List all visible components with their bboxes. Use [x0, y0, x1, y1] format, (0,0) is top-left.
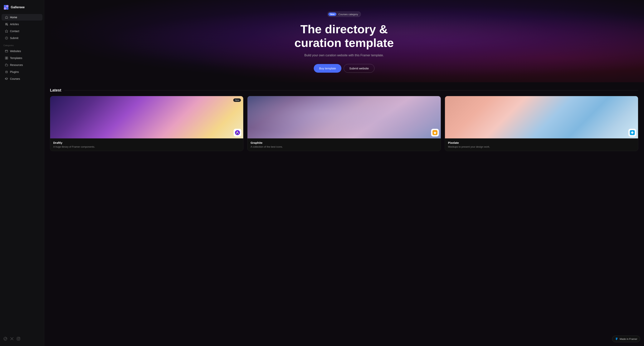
svg-rect-2 — [4, 7, 6, 10]
card-image-wrap-draftly: New — [50, 96, 243, 138]
card-desc-draftly: A huge library of Framer components. — [53, 145, 240, 148]
svg-point-17 — [18, 338, 19, 339]
card-title-draftly: Draftly — [53, 141, 240, 144]
pixelate-app-logo — [630, 130, 635, 135]
hero-section: New Courses category The directory &cura… — [44, 0, 644, 82]
svg-point-23 — [632, 131, 633, 132]
sidebar-item-resources[interactable]: Resources — [2, 62, 42, 68]
framer-badge[interactable]: Made in Framer — [612, 336, 640, 342]
latest-title: Latest — [50, 88, 61, 93]
section-divider — [64, 90, 638, 90]
svg-rect-10 — [7, 57, 8, 58]
courses-label: Courses — [10, 77, 20, 80]
x-twitter-icon[interactable] — [10, 337, 14, 340]
hero-buttons: Buy template Submit website — [314, 64, 374, 73]
sidebar-item-websites[interactable]: Websites — [2, 48, 42, 54]
latest-section: Latest New Draftly A h — [44, 82, 644, 159]
card-title-pixelate: Pixelate — [448, 141, 635, 144]
contact-label: Contact — [10, 30, 19, 33]
articles-label: Articles — [10, 23, 19, 26]
card-app-icon-draftly — [234, 129, 241, 137]
websites-label: Websites — [10, 50, 21, 53]
categories-label: Categories — [0, 42, 44, 48]
logo: Gallereee — [0, 3, 44, 14]
sidebar-item-contact[interactable]: Contact — [2, 28, 42, 35]
svg-rect-9 — [6, 57, 6, 58]
svg-point-24 — [633, 132, 634, 133]
card-image-draftly — [50, 96, 243, 138]
plugins-label: Plugins — [10, 70, 19, 74]
resources-label: Resources — [10, 64, 23, 67]
instagram-icon[interactable] — [16, 337, 20, 340]
sidebar-item-plugins[interactable]: Plugins — [2, 69, 42, 75]
resources-icon — [5, 64, 8, 67]
sidebar: Gallereee Home Articles Contact Submit C… — [0, 0, 44, 346]
dribbble-icon[interactable] — [4, 337, 7, 340]
svg-rect-11 — [6, 58, 6, 59]
new-pill: New — [328, 13, 336, 16]
plugins-icon — [5, 70, 8, 74]
svg-rect-3 — [6, 7, 8, 10]
svg-point-8 — [6, 50, 6, 51]
hero-title: The directory &curation template — [294, 22, 394, 50]
svg-rect-12 — [7, 58, 8, 59]
section-header: Latest — [50, 88, 638, 93]
card-image-wrap-graphite — [248, 96, 440, 138]
framer-badge-text: Made in Framer — [620, 337, 637, 340]
submit-website-button[interactable]: Submit website — [344, 64, 374, 73]
articles-icon — [5, 23, 8, 26]
buy-template-button[interactable]: Buy template — [314, 64, 342, 73]
card-image-pixelate — [445, 96, 638, 138]
badge-text: Courses category — [338, 13, 358, 16]
contact-icon — [5, 30, 8, 33]
svg-rect-0 — [4, 5, 6, 7]
courses-icon — [5, 77, 8, 80]
card-title-graphite: Graphite — [250, 141, 438, 144]
svg-point-18 — [19, 337, 20, 338]
hero-subtitle: Build your own curation website with thi… — [304, 54, 384, 57]
card-app-icon-pixelate — [628, 129, 636, 137]
card-image-graphite — [248, 96, 440, 138]
sidebar-item-home[interactable]: Home — [2, 14, 42, 21]
card-info-draftly: Draftly A huge library of Framer compone… — [50, 138, 243, 151]
logo-icon — [4, 5, 9, 10]
websites-icon — [5, 50, 8, 53]
card-image-wrap-pixelate — [445, 96, 638, 138]
card-desc-graphite: A collection of the best icons. — [250, 145, 438, 148]
card-desc-pixelate: Mockups to present your design work. — [448, 145, 635, 148]
card-new-badge-draftly: New — [233, 98, 241, 102]
cards-grid: New Draftly A huge library of Framer com… — [50, 96, 638, 151]
svg-marker-4 — [5, 30, 8, 33]
card-info-pixelate: Pixelate Mockups to present your design … — [445, 138, 638, 151]
framer-logo-icon — [615, 337, 618, 340]
templates-label: Templates — [10, 57, 22, 60]
svg-point-7 — [6, 50, 6, 51]
svg-point-26 — [631, 132, 632, 133]
sidebar-item-templates[interactable]: Templates — [2, 55, 42, 61]
svg-rect-13 — [6, 64, 8, 66]
card-app-icon-graphite — [431, 129, 439, 137]
templates-icon — [5, 57, 8, 60]
home-label: Home — [10, 16, 17, 19]
card-graphite[interactable]: Graphite A collection of the best icons. — [247, 96, 441, 151]
new-courses-badge[interactable]: New Courses category — [328, 12, 361, 17]
svg-rect-1 — [6, 5, 8, 7]
draftly-app-logo — [235, 130, 240, 135]
app-name: Gallereee — [11, 6, 24, 9]
svg-point-25 — [632, 133, 633, 134]
sidebar-bottom — [0, 334, 44, 343]
home-icon — [5, 16, 8, 19]
submit-label: Submit — [10, 37, 18, 40]
card-pixelate[interactable]: Pixelate Mockups to present your design … — [445, 96, 638, 151]
main-content: New Courses category The directory &cura… — [44, 0, 644, 346]
sidebar-item-courses[interactable]: Courses — [2, 76, 42, 82]
svg-rect-14 — [6, 72, 8, 73]
card-info-graphite: Graphite A collection of the best icons. — [248, 138, 440, 151]
graphite-app-logo — [432, 130, 438, 135]
card-draftly[interactable]: New Draftly A huge library of Framer com… — [50, 96, 244, 151]
sidebar-item-submit[interactable]: Submit — [2, 35, 42, 41]
sidebar-item-articles[interactable]: Articles — [2, 21, 42, 28]
submit-icon — [5, 37, 8, 40]
